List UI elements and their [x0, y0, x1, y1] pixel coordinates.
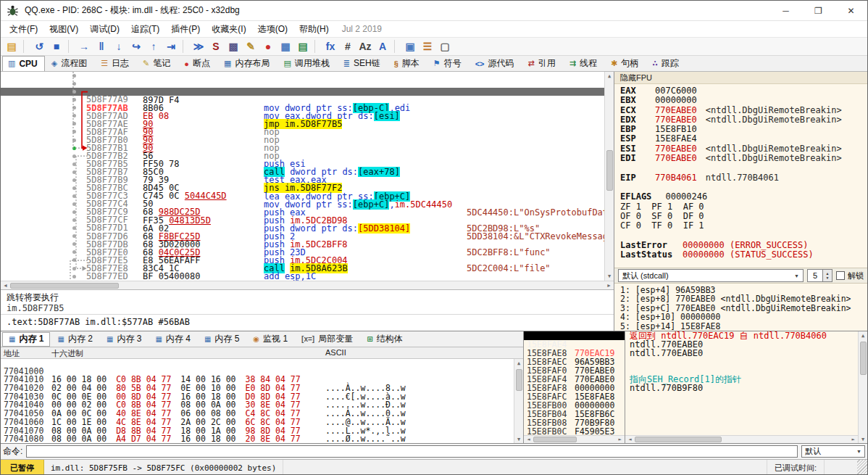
disasm-row[interactable]: 5D8F77AB EB 08 jmp im.5D8F77B5	[1, 88, 614, 96]
disasm-row[interactable]: 5D8F77C4 68 988DC25D push im.5DC2BD98 5D…	[1, 184, 614, 192]
disasm-row[interactable]: 5D8F77DB 68 04C0C25D push im.5DC2C004 5D…	[1, 224, 614, 232]
stack-row[interactable]: 15E8FB0C 00000000	[524, 418, 625, 427]
stack-panel[interactable]: 15E8FAE4 770EAC19 15E8FAE8 96A59BB3 15E8…	[524, 331, 625, 443]
breakpoint-dot[interactable]	[72, 170, 76, 174]
disasm-row[interactable]: 5D8F77F5 897D F8 mov dword ptr ss:[ebp-8…	[1, 273, 614, 281]
memory-dump-view[interactable]: 地址 十六进制 ASCII 77041000 16 00 18 00C0 8B …	[1, 347, 523, 443]
resize-grip[interactable]	[857, 460, 867, 475]
tab-notes[interactable]: ✎ 笔记	[137, 56, 178, 71]
stack-row[interactable]: 15E8FAE8 96A59BB3	[524, 340, 625, 349]
breakpoint-dot[interactable]	[72, 98, 76, 102]
tab-locals[interactable]: [x=] 局部变量	[295, 332, 359, 347]
register-line[interactable]: EAX007C6000	[620, 86, 867, 96]
unlock-checkbox[interactable]: 解锁	[836, 270, 864, 281]
stack-argument-line[interactable]: 2: [esp+8] 770EABE0 <ntdll.DbgUiRemoteBr…	[620, 294, 867, 303]
register-line[interactable]	[620, 163, 867, 173]
register-line[interactable]: EFLAGS 00000246	[620, 192, 867, 202]
tab-memory-3[interactable]: ▦ 内存 3	[100, 332, 148, 347]
scroll-down-arrow[interactable]: ▼	[605, 272, 614, 281]
tab-trace[interactable]: ∴ 跟踪	[646, 56, 686, 71]
breakpoint-dot[interactable]	[72, 226, 76, 230]
menu-item[interactable]: 调试(D)	[84, 22, 125, 37]
menu-item[interactable]: 追踪(T)	[125, 22, 165, 37]
stack-row[interactable]: 15E8FAFC 00000000	[524, 384, 625, 392]
register-line[interactable]: EBP15E8FB10	[620, 125, 867, 134]
disasm-row[interactable]: 5D8F77A6 897D F4 mov dword ptr ss:[ebp-C…	[1, 72, 614, 80]
register-line[interactable]: ESP15E8FAE4	[620, 134, 867, 144]
tab-memory-2[interactable]: ▦ 内存 2	[51, 332, 99, 347]
run-to-return-button[interactable]: ⇥	[163, 38, 180, 54]
stack-row[interactable]: 15E8FAE4 770EAC19	[524, 331, 625, 340]
scroll-left-arrow[interactable]: ◄	[524, 437, 533, 442]
disasm-row[interactable]: 5D8F77CF 6A 02 push 2	[1, 200, 614, 208]
register-line[interactable]: ZF 1 PF 1 AF 0	[620, 202, 867, 212]
disasm-row[interactable]: 5D8F77C3 50 push eax	[1, 176, 614, 184]
memory-row[interactable]: 77041070 08 00 0A 00A4 D7 04 7716 00 18 …	[1, 418, 523, 427]
tab-memory-4[interactable]: ▦ 内存 4	[149, 332, 196, 347]
disasm-horizontal-scrollbar[interactable]: ◄ ►	[1, 281, 614, 289]
disasm-row[interactable]: 5D8F77C9 FF35 04813D5D push dword ptr ds…	[1, 192, 614, 200]
open-file-button[interactable]: ▤	[4, 38, 20, 54]
breakpoint-dot[interactable]	[72, 275, 76, 278]
scroll-right-arrow[interactable]: ►	[615, 437, 625, 442]
menu-item[interactable]: 文件(F)	[4, 22, 43, 37]
disasm-row[interactable]: 5D8F77B5 85C0 test eax,eax	[1, 144, 614, 152]
step-out-button[interactable]: ↑	[146, 38, 162, 54]
tab-log[interactable]: ☰ 日志	[95, 56, 136, 71]
comments-horizontal-scrollbar[interactable]: ◄ ►	[625, 435, 858, 443]
animate-into-button[interactable]: ≫	[191, 38, 207, 54]
register-line[interactable]: LastError00000000 (ERROR_SUCCESS)	[620, 241, 867, 250]
menu-item[interactable]: 选项(O)	[252, 22, 293, 37]
memory-row[interactable]: 77041040 0A 00 0C 0040 8E 04 7706 00 08 …	[1, 393, 523, 402]
stack-row[interactable]: 15E8FB10 15E8FB20	[524, 427, 625, 435]
disasm-row[interactable]: 5D8F77E5 83C4 1C add esp,1C	[1, 240, 614, 248]
disasm-row[interactable]: 5D8F77AF 90 nop	[1, 112, 614, 120]
disasm-row[interactable]: 5D8F77B9 8D45 0C lea eax,dword ptr ss:[e…	[1, 160, 614, 168]
stack-argument-line[interactable]: 4: [esp+10] 00000000	[620, 313, 867, 321]
tab-breakpoints[interactable]: ● 断点	[178, 56, 217, 71]
log-window-button[interactable]: ☰	[420, 38, 436, 54]
disasm-row[interactable]: 5D8F77E0 E8 56EAFAFF call im.5D8A623B	[1, 232, 614, 240]
tab-call-stack[interactable]: ▤ 调用堆栈	[277, 56, 336, 71]
close-debuggee-button[interactable]: ■	[49, 38, 65, 54]
scroll-left-arrow[interactable]: ◄	[625, 437, 635, 442]
memory-row[interactable]: 77041010 02 00 04 0080 5B 04 770E 00 10 …	[1, 368, 523, 376]
breakpoint-dot[interactable]	[72, 210, 76, 214]
register-line[interactable]: EDI770EABE0<ntdll.DbgUiRemoteBreakin>	[620, 154, 867, 163]
scroll-thumb[interactable]	[635, 437, 722, 442]
disasm-vertical-scrollbar[interactable]: ▲ ▼	[604, 72, 614, 281]
register-line[interactable]	[620, 231, 867, 240]
tab-threads[interactable]: ⇉ 线程	[564, 56, 604, 71]
calculator-button[interactable]: ▢	[437, 38, 454, 54]
disasm-row[interactable]: 5D8F77D1 68 F8BFC25D push im.5DC2BFF8 5D…	[1, 208, 614, 216]
register-line[interactable]: LastStatus00000000 (STATUS_SUCCESS)	[620, 250, 867, 260]
disasm-row[interactable]: 5D8F77AE 90 nop	[1, 104, 614, 112]
scroll-thumb[interactable]	[516, 369, 522, 391]
disasm-row[interactable]: 5D8F77B2 FF50 78 call dword ptr ds:[eax+…	[1, 136, 614, 144]
register-line[interactable]	[620, 183, 867, 192]
step-into-button[interactable]: ↓	[111, 38, 128, 54]
breakpoint-dot[interactable]	[72, 122, 76, 125]
memory-row[interactable]: 77041050 1C 00 1E 004C 8E 04 772A 00 2C …	[1, 401, 523, 410]
comment-button[interactable]: ✎	[243, 38, 259, 54]
memory-vertical-scrollbar[interactable]: ▲ ▼	[514, 359, 523, 443]
stack-comments-panel[interactable]: 返回到 ntdll.770EAC19 自 ntdll.770B4060ntdll…	[625, 331, 867, 443]
memory-row[interactable]: 77041000 16 00 18 00C0 8B 04 7714 00 16 …	[1, 359, 523, 368]
scroll-thumb[interactable]	[606, 150, 613, 191]
step-over-button[interactable]: ↪	[128, 38, 145, 54]
disasm-row[interactable]: 5D8F77BC C745 0C 5044C45D mov dword ptr …	[1, 168, 614, 176]
highlight-button[interactable]: fx	[322, 38, 339, 54]
register-line[interactable]: CF 0 TF 0 IF 1	[620, 221, 867, 231]
breakpoint-dot[interactable]	[72, 218, 76, 222]
memory-row[interactable]: 77041030 00 00 02 00C0 8B 04 7708 00 0A …	[1, 384, 523, 393]
text-case-button[interactable]: Az	[357, 38, 374, 54]
assemble-button[interactable]: A	[375, 38, 391, 54]
register-line[interactable]	[620, 260, 867, 268]
stack-row[interactable]: 15E8FAEC 770EABE0	[524, 349, 625, 358]
menu-item[interactable]: 视图(V)	[43, 22, 84, 37]
label-button[interactable]: #	[340, 38, 356, 54]
breakpoint-dot[interactable]	[72, 106, 76, 110]
scroll-up-arrow[interactable]: ▲	[514, 359, 523, 368]
scroll-down-arrow[interactable]: ▼	[859, 435, 867, 443]
stack-row[interactable]: 15E8FB00 15E8FB6C	[524, 392, 625, 401]
